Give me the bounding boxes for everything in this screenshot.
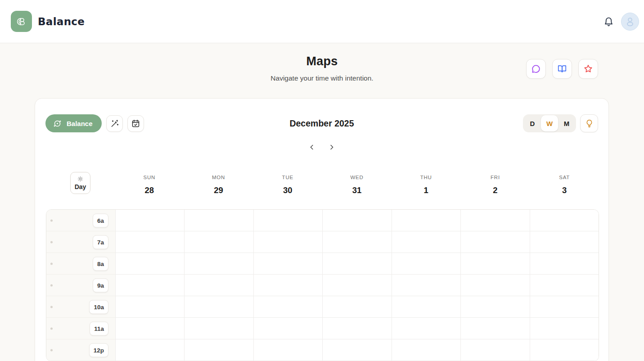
- calendar-cell[interactable]: [530, 318, 599, 339]
- calendar-cell[interactable]: [460, 339, 529, 361]
- calendar-cell[interactable]: [184, 231, 253, 253]
- insights-button[interactable]: [580, 114, 598, 132]
- magic-wand-icon: [110, 119, 119, 128]
- time-label: 12p: [89, 343, 108, 357]
- day-date: 3: [530, 185, 599, 195]
- calendar-cell[interactable]: [530, 339, 599, 361]
- calendar-cell[interactable]: [184, 253, 253, 275]
- calendar-cell[interactable]: [253, 231, 322, 253]
- day-name: FRI: [461, 175, 530, 180]
- star-icon: [583, 64, 593, 74]
- day-date: 2: [461, 185, 530, 195]
- day-name: MON: [184, 175, 253, 180]
- calendar-cell[interactable]: [253, 339, 322, 361]
- day-header[interactable]: SUN 28: [115, 172, 184, 195]
- calendar-cell[interactable]: [322, 339, 391, 361]
- calendar-cell[interactable]: [184, 318, 253, 339]
- day-axis-toggle[interactable]: Day: [70, 172, 90, 194]
- calendar-cell[interactable]: [392, 253, 460, 275]
- view-option[interactable]: M: [558, 115, 575, 131]
- day-date: 30: [253, 185, 322, 195]
- previous-week-button[interactable]: [306, 142, 317, 153]
- calendar-cell[interactable]: [460, 296, 529, 318]
- calendar-cell[interactable]: [253, 210, 322, 231]
- calendar-cell[interactable]: [115, 231, 184, 253]
- day-header[interactable]: WED 31: [322, 172, 392, 195]
- calendar-cell[interactable]: [530, 296, 599, 318]
- calendar-cell[interactable]: [115, 339, 184, 361]
- hour-tick-dot: [50, 241, 53, 243]
- calendar-cell[interactable]: [530, 231, 599, 253]
- chat-bubble-icon: [531, 64, 541, 74]
- toolbar-right-group: D W M: [523, 114, 598, 132]
- calendar-cell[interactable]: [392, 231, 460, 253]
- time-label: 7a: [93, 235, 108, 249]
- calendar-cell[interactable]: [115, 296, 184, 318]
- schedule-view-button[interactable]: [127, 115, 144, 132]
- guide-button[interactable]: [552, 59, 572, 79]
- calendar-cell[interactable]: [322, 210, 391, 231]
- calendar-cell[interactable]: [460, 231, 529, 253]
- time-label: 9a: [93, 278, 108, 292]
- calendar-cell[interactable]: [322, 296, 391, 318]
- time-label: 10a: [89, 300, 108, 314]
- calendar-cell[interactable]: [184, 296, 253, 318]
- day-name: SAT: [530, 175, 599, 180]
- calendar-cell[interactable]: [253, 253, 322, 275]
- calendar-cell[interactable]: [115, 210, 184, 231]
- calendar-cell[interactable]: [253, 296, 322, 318]
- time-gutter-cell: 10a: [46, 296, 115, 318]
- calendar-cell[interactable]: [322, 318, 391, 339]
- calendar-cell[interactable]: [392, 296, 460, 318]
- calendar-cell[interactable]: [460, 210, 529, 231]
- calendar-cell[interactable]: [115, 253, 184, 275]
- brand-wordmark: Balance: [38, 16, 85, 27]
- day-name: SUN: [115, 175, 184, 180]
- hour-tick-dot: [50, 306, 53, 308]
- calendar-cell[interactable]: [392, 339, 460, 361]
- calendar-cell[interactable]: [253, 275, 322, 296]
- hour-tick-dot: [50, 219, 53, 221]
- week-navigation: [306, 142, 337, 153]
- calendar-cell[interactable]: [460, 318, 529, 339]
- calendar-cell[interactable]: [530, 210, 599, 231]
- toolbar-left-group: Balance: [45, 114, 144, 132]
- calendar-cell[interactable]: [530, 275, 599, 296]
- calendar-cell[interactable]: [115, 275, 184, 296]
- next-week-button[interactable]: [326, 142, 337, 153]
- day-header[interactable]: SAT 3: [530, 172, 599, 195]
- calendar-cell[interactable]: [253, 318, 322, 339]
- view-option[interactable]: D: [524, 115, 541, 131]
- day-header[interactable]: THU 1: [392, 172, 461, 195]
- day-header[interactable]: MON 29: [184, 172, 253, 195]
- calendar-cell[interactable]: [184, 210, 253, 231]
- calendar-cell[interactable]: [460, 253, 529, 275]
- calendar-cell[interactable]: [115, 318, 184, 339]
- week-time-grid: 6a 7a 8a: [46, 209, 599, 361]
- calendar-cell[interactable]: [460, 275, 529, 296]
- calendar-cell[interactable]: [322, 253, 391, 275]
- calendar-cell[interactable]: [530, 253, 599, 275]
- calendar-cell[interactable]: [322, 275, 391, 296]
- user-avatar[interactable]: [621, 13, 639, 31]
- calendar-cell[interactable]: [184, 275, 253, 296]
- day-header[interactable]: FRI 2: [461, 172, 530, 195]
- calendar-cell[interactable]: [392, 318, 460, 339]
- chevron-left-icon: [308, 143, 316, 151]
- person-icon: [624, 15, 636, 28]
- favorites-button[interactable]: [578, 59, 598, 79]
- notifications-button[interactable]: [603, 16, 614, 27]
- day-header[interactable]: TUE 30: [253, 172, 322, 195]
- view-option[interactable]: W: [541, 115, 558, 131]
- hour-tick-dot: [50, 327, 53, 329]
- balance-mode-button[interactable]: Balance: [45, 114, 102, 132]
- chat-button[interactable]: [526, 59, 546, 79]
- balance-button-label: Balance: [67, 120, 93, 127]
- app-logo[interactable]: [11, 11, 32, 32]
- calendar-cell[interactable]: [392, 210, 460, 231]
- calendar-cell[interactable]: [322, 231, 391, 253]
- auto-schedule-button[interactable]: [106, 115, 123, 132]
- day-name: THU: [392, 175, 461, 180]
- calendar-cell[interactable]: [184, 339, 253, 361]
- calendar-cell[interactable]: [392, 275, 460, 296]
